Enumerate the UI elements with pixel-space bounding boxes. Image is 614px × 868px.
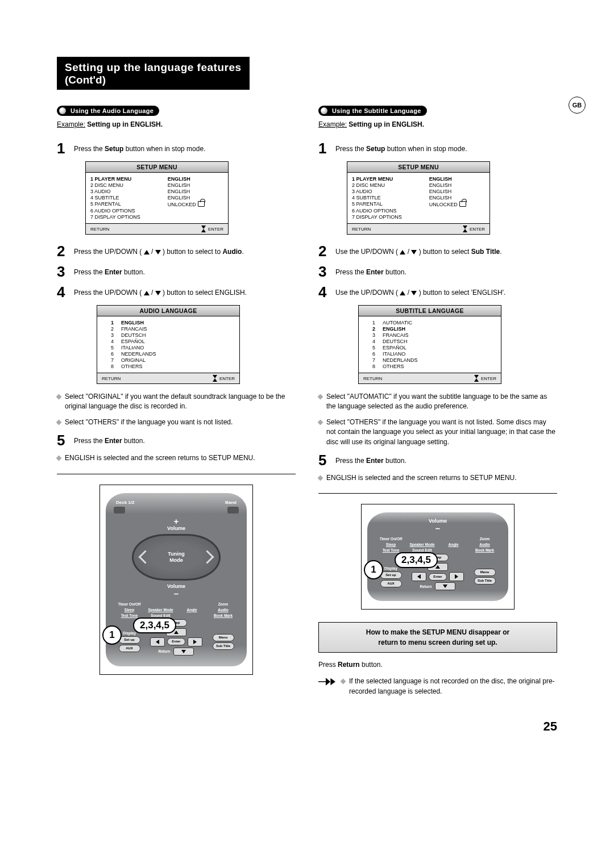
menu-row: 4ESPAÑOL	[111, 338, 235, 344]
step-text: Press the Enter button.	[74, 264, 145, 277]
aux-button[interactable]: AUX	[119, 645, 140, 652]
menu-row: 3FRANCAIS	[372, 332, 496, 338]
bookmark-label: Book Mark	[469, 548, 500, 552]
footer-pointer-note: If the selected language is not recorded…	[318, 677, 557, 696]
step-number: 4	[57, 285, 74, 299]
pill-dot-icon	[321, 107, 327, 114]
menu-row: 1 PLAYER MENUENGLISH	[352, 176, 485, 182]
menu-row: 2ENGLISH	[372, 326, 496, 332]
menu-title: SETUP MENU	[86, 162, 228, 173]
deck-button[interactable]	[114, 507, 125, 514]
remote-frame-short: Volume – Timer On/Off Zoom Sleep Speaker…	[361, 504, 515, 610]
return-label: Return	[420, 585, 432, 589]
remote-frame: Deck 1/2 Band + Volume Tuning	[99, 485, 253, 675]
menu-title: SETUP MENU	[347, 162, 489, 173]
arrow-down-icon	[155, 291, 161, 295]
pill-dot-icon	[59, 107, 66, 114]
sleep-label: Sleep	[114, 608, 145, 612]
section-pill-subtitle: Using the Subtitle Language	[318, 106, 427, 116]
display-label: Display	[123, 631, 136, 635]
note-others: Select "OTHERS" if the language you want…	[318, 418, 557, 447]
subtitle-button[interactable]: Sub Title	[213, 642, 234, 650]
nav-ring[interactable]: Tuning Mode	[132, 534, 221, 581]
nav-right-icon[interactable]	[200, 550, 214, 564]
dpad-down[interactable]	[173, 648, 194, 656]
menu-row: 6 AUDIO OPTIONS	[352, 207, 485, 214]
menu-row: 6NEDERLANDS	[111, 350, 235, 357]
step-4: 4 Press the UP/DOWN ( / ) button to sele…	[57, 285, 296, 299]
setup-menu-box: SETUP MENU 1 PLAYER MENUENGLISH2 DISC ME…	[347, 161, 490, 235]
lock-icon	[198, 201, 205, 207]
subtitle-button[interactable]: Sub Title	[474, 577, 496, 585]
sleep-label: Sleep	[375, 542, 406, 546]
test-tone-label: Test Tone	[114, 614, 145, 617]
step-4: 4 Use the UP/DOWN ( / ) button to select…	[318, 285, 557, 299]
step-number: 4	[318, 285, 335, 299]
speaker-label: Speaker Mode	[145, 608, 176, 612]
left-column: Using the Audio Language Example: Settin…	[57, 106, 296, 696]
section-pill-audio: Using the Audio Language	[57, 106, 159, 116]
pill-label: Using the Audio Language	[70, 107, 154, 114]
menu-row: 7NEDERLANDS	[372, 357, 496, 363]
volume-up-icon[interactable]: +	[114, 517, 239, 525]
band-button[interactable]	[227, 507, 239, 514]
dpad-down[interactable]	[435, 582, 455, 590]
band-label: Band	[225, 500, 237, 505]
callout-steps: 2,3,4,5	[395, 552, 438, 568]
dpad-left[interactable]	[150, 637, 165, 646]
step-number: 5	[57, 433, 74, 448]
nav-left-icon[interactable]	[138, 550, 152, 564]
menu-row: 8OTHERS	[111, 363, 235, 369]
step-number: 3	[57, 264, 74, 279]
setup-button[interactable]: Set up	[380, 571, 402, 579]
audio-label: Audio	[469, 542, 500, 546]
step-text: Press the UP/DOWN ( / ) button to select…	[74, 285, 247, 298]
menu-row: 1 PLAYER MENUENGLISH	[90, 176, 223, 182]
dpad-right[interactable]	[449, 572, 464, 581]
arrow-up-icon	[400, 250, 405, 254]
menu-row: 6ITALIANO	[372, 350, 496, 357]
aux-button[interactable]: AUX	[380, 580, 402, 587]
menu-nav-icons: ENTER	[213, 375, 235, 382]
setup-button[interactable]: Set up	[119, 636, 140, 644]
volume-down-icon[interactable]: –	[375, 524, 500, 532]
menu-row: 7ORIGINAL	[111, 357, 235, 363]
menu-nav-icons: ENTER	[474, 375, 496, 382]
step-text: Press the Enter button.	[74, 433, 145, 446]
timer-label: Timer On/Off	[375, 537, 406, 541]
step-text: Press the Enter button.	[335, 264, 406, 277]
example-line: Example: Setting up in ENGLISH.	[318, 120, 557, 128]
note-result: ENGLISH is selected and the screen retur…	[318, 473, 557, 483]
menu-row: 2 DISC MENUENGLISH	[90, 182, 223, 188]
dpad-left[interactable]	[412, 572, 426, 581]
menu-row: 1ENGLISH	[111, 319, 235, 326]
step-2: 2 Press the UP/DOWN ( / ) button to sele…	[57, 244, 296, 258]
pill-label: Using the Subtitle Language	[332, 107, 421, 114]
enter-button[interactable]: Enter	[429, 573, 447, 581]
menu-row: 3 AUDIOENGLISH	[90, 188, 223, 194]
menu-button[interactable]: Menu	[474, 569, 496, 576]
remote-lower-grid: Timer On/Off Zoom Sleep Speaker Mode Ang…	[114, 602, 239, 656]
arrow-up-icon	[144, 291, 150, 295]
step-5: 5 Press the Enter button.	[318, 453, 557, 468]
display-label: Display	[384, 566, 397, 570]
menu-row: 5ITALIANO	[111, 344, 235, 350]
menu-row: 1AUTOMATIC	[372, 319, 496, 326]
speaker-label: Speaker Mode	[406, 542, 438, 546]
menu-row: 6 AUDIO OPTIONS	[90, 207, 223, 214]
note-others: Select "OTHERS" if the language you want…	[57, 418, 296, 427]
enter-button[interactable]: Enter	[167, 638, 185, 645]
step-number: 1	[318, 141, 335, 156]
menu-row: 3DEUTSCH	[111, 332, 235, 338]
mode-label: Mode	[169, 557, 183, 563]
step-text: Press the Setup button when in stop mode…	[74, 141, 205, 154]
menu-row: 5ESPAÑOL	[372, 344, 496, 350]
callout-steps: 2,3,4,5	[133, 617, 176, 633]
volume-down-icon[interactable]: –	[114, 589, 239, 598]
menu-button[interactable]: Menu	[213, 634, 234, 641]
menu-return: RETURN	[352, 227, 371, 232]
arrow-down-icon	[411, 250, 417, 254]
dpad-right[interactable]	[188, 637, 202, 646]
test-tone-label: Test Tone	[375, 548, 406, 552]
deck-label: Deck 1/2	[116, 500, 134, 505]
